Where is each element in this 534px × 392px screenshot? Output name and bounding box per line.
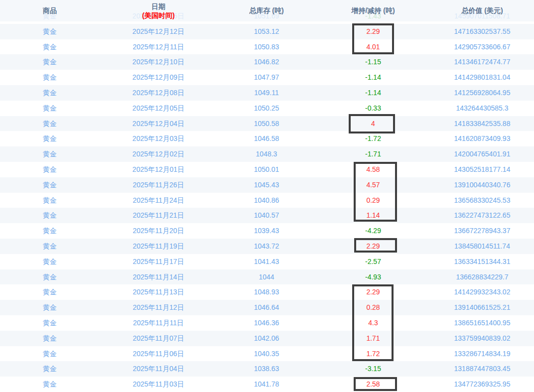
date-cell: 2025年11月12日 bbox=[100, 300, 217, 315]
date-cell: 2025年11月06日 bbox=[100, 346, 217, 362]
value-cell: 138458014511.74 bbox=[430, 239, 534, 254]
change-cell: -1.14 bbox=[316, 85, 430, 101]
date-cell: 2025年12月02日 bbox=[100, 146, 217, 162]
table-row: 黄金 2025年11月14日 1044 -4.93 136628834229.7 bbox=[0, 269, 534, 285]
change-cell: -4.29 bbox=[316, 223, 430, 239]
column-header-inventory: 总库存 (吨) bbox=[217, 0, 316, 21]
date-cell: 2025年11月07日 bbox=[100, 331, 217, 346]
change-cell: 1.71 bbox=[316, 331, 430, 346]
commodity-cell: 黄金 bbox=[0, 239, 100, 254]
inventory-cell: 1049.11 bbox=[217, 85, 316, 101]
change-cell: 4 bbox=[316, 116, 430, 131]
table-row: 黄金 2025年11月11日 1046.36 4.3 138651651400.… bbox=[0, 315, 534, 331]
value-cell: 138651651400.95 bbox=[430, 315, 534, 331]
date-cell: 2025年11月13日 bbox=[100, 284, 217, 300]
date-cell: 2025年11月17日 bbox=[100, 254, 217, 269]
date-cell: 2025年11月21日 bbox=[100, 208, 217, 223]
commodity-cell: 黄金 bbox=[0, 331, 100, 346]
column-header-commodity: 商品 bbox=[0, 0, 100, 21]
date-cell: 2025年12月09日 bbox=[100, 70, 217, 85]
change-cell: 4.57 bbox=[316, 177, 430, 193]
date-cell: 2025年12月05日 bbox=[100, 101, 217, 116]
column-header-date: 日期 (美国时间) bbox=[100, 0, 217, 21]
commodity-cell: 黄金 bbox=[0, 223, 100, 239]
value-cell: 139140661525.21 bbox=[430, 300, 534, 315]
date-cell: 2025年12月08日 bbox=[100, 85, 217, 101]
table-row: 黄金 2025年12月11日 1050.83 4.01 142905733606… bbox=[0, 39, 534, 55]
table-row: 黄金 2025年12月12日 1053.12 2.29 147163302537… bbox=[0, 24, 534, 39]
change-cell: 0.29 bbox=[316, 193, 430, 208]
change-cell: 2.29 bbox=[316, 24, 430, 39]
date-cell: 2025年11月03日 bbox=[100, 377, 217, 392]
inventory-cell: 1040.86 bbox=[217, 193, 316, 208]
commodity-cell: 黄金 bbox=[0, 39, 100, 55]
column-header-change: 增持/减持 (吨) bbox=[316, 0, 430, 21]
column-header-date-sublabel: (美国时间) bbox=[142, 11, 174, 20]
table-body: 黄金 2025年12月15日 1051.69 -1.43 14590701150… bbox=[0, 8, 534, 392]
change-cell: 2.58 bbox=[316, 377, 430, 392]
date-cell: 2025年12月04日 bbox=[100, 116, 217, 131]
inventory-cell: 1042.06 bbox=[217, 331, 316, 346]
change-cell: 1.14 bbox=[316, 208, 430, 223]
inventory-cell: 1041.43 bbox=[217, 254, 316, 269]
value-cell: 136628834229.7 bbox=[430, 269, 534, 285]
inventory-cell: 1045.43 bbox=[217, 177, 316, 193]
table-row: 黄金 2025年12月09日 1047.97 -1.14 14142980183… bbox=[0, 70, 534, 85]
value-cell: 143264430585.3 bbox=[430, 101, 534, 116]
change-cell: -1.15 bbox=[316, 54, 430, 70]
commodity-cell: 黄金 bbox=[0, 208, 100, 223]
value-cell: 131887447803.45 bbox=[430, 361, 534, 377]
commodity-cell: 黄金 bbox=[0, 70, 100, 85]
value-cell: 143052518177.14 bbox=[430, 162, 534, 177]
table-row: 黄金 2025年11月13日 1048.93 2.29 141429932343… bbox=[0, 284, 534, 300]
date-cell: 2025年11月19日 bbox=[100, 239, 217, 254]
commodity-cell: 黄金 bbox=[0, 377, 100, 392]
value-cell: 136334151344.31 bbox=[430, 254, 534, 269]
value-cell: 134772369325.95 bbox=[430, 377, 534, 392]
value-cell: 141429932343.02 bbox=[430, 284, 534, 300]
inventory-cell: 1041.78 bbox=[217, 377, 316, 392]
change-cell: 4.3 bbox=[316, 315, 430, 331]
inventory-cell: 1050.25 bbox=[217, 101, 316, 116]
date-cell: 2025年11月04日 bbox=[100, 361, 217, 377]
change-cell: 4.01 bbox=[316, 39, 430, 55]
inventory-cell: 1050.58 bbox=[217, 116, 316, 131]
change-cell: -0.33 bbox=[316, 101, 430, 116]
commodity-cell: 黄金 bbox=[0, 116, 100, 131]
column-header-inventory-label: 总库存 (吨) bbox=[249, 6, 283, 15]
inventory-cell: 1046.82 bbox=[217, 54, 316, 70]
table-row: 黄金 2025年11月06日 1040.35 1.72 133286714834… bbox=[0, 346, 534, 362]
commodity-cell: 黄金 bbox=[0, 315, 100, 331]
column-header-value: 总价值 (美元) bbox=[430, 0, 534, 21]
inventory-cell: 1039.43 bbox=[217, 223, 316, 239]
value-cell: 133759940839.02 bbox=[430, 331, 534, 346]
commodity-cell: 黄金 bbox=[0, 300, 100, 315]
commodity-cell: 黄金 bbox=[0, 131, 100, 146]
change-cell: -1.72 bbox=[316, 131, 430, 146]
column-header-value-label: 总价值 (美元) bbox=[461, 6, 503, 15]
inventory-cell: 1038.63 bbox=[217, 361, 316, 377]
column-header-date-label: 日期 bbox=[151, 2, 165, 11]
table-row: 黄金 2025年12月03日 1046.58 -1.72 14162087340… bbox=[0, 131, 534, 146]
date-cell: 2025年12月10日 bbox=[100, 54, 217, 70]
inventory-cell: 1048.3 bbox=[217, 146, 316, 162]
commodity-cell: 黄金 bbox=[0, 146, 100, 162]
commodity-cell: 黄金 bbox=[0, 193, 100, 208]
table-header: 商品 日期 (美国时间) 总库存 (吨) 增持/减持 (吨) 总价值 (美元) bbox=[0, 0, 534, 21]
inventory-cell: 1048.93 bbox=[217, 284, 316, 300]
value-cell: 136227473122.65 bbox=[430, 208, 534, 223]
inventory-cell: 1044 bbox=[217, 269, 316, 285]
value-cell: 141833842535.88 bbox=[430, 116, 534, 131]
date-cell: 2025年11月14日 bbox=[100, 269, 217, 285]
commodity-cell: 黄金 bbox=[0, 269, 100, 285]
table-row: 黄金 2025年11月17日 1041.43 -2.57 13633415134… bbox=[0, 254, 534, 269]
value-cell: 136672278943.37 bbox=[430, 223, 534, 239]
table-row: 黄金 2025年12月04日 1050.58 4 141833842535.88 bbox=[0, 116, 534, 131]
value-cell: 141429801831.04 bbox=[430, 70, 534, 85]
inventory-cell: 1047.97 bbox=[217, 70, 316, 85]
inventory-cell: 1053.12 bbox=[217, 24, 316, 39]
table-row: 黄金 2025年11月20日 1039.43 -4.29 13667227894… bbox=[0, 223, 534, 239]
value-cell: 142905733606.67 bbox=[430, 39, 534, 55]
value-cell: 147163302537.55 bbox=[430, 24, 534, 39]
commodity-cell: 黄金 bbox=[0, 361, 100, 377]
